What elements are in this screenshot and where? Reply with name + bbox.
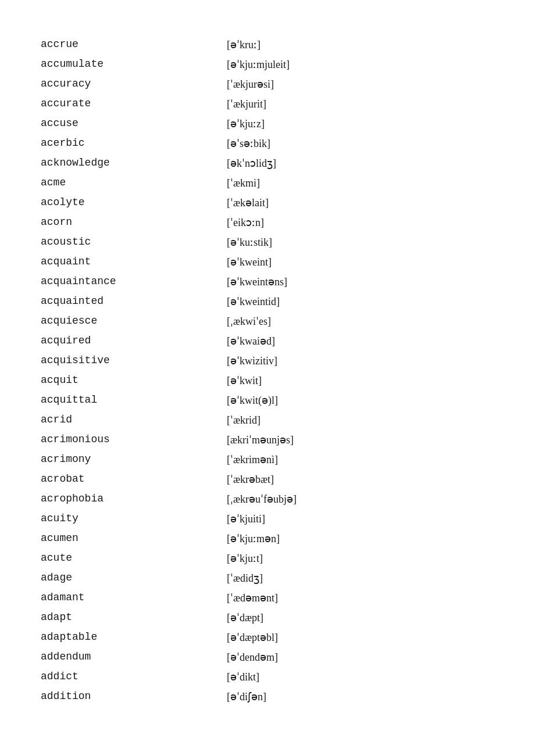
pronunciation-cell: [ˈækrid] <box>227 410 494 430</box>
dictionary-row: acuity[əˈkjuiti] <box>41 509 494 529</box>
pronunciation-cell: [əˈsəːbik] <box>227 134 494 153</box>
dictionary-row: acrid[ˈækrid] <box>41 410 494 430</box>
word-cell: acquired <box>41 331 227 351</box>
word-cell: acquiesce <box>41 311 227 331</box>
dictionary-row: acolyte[ˈækəlait] <box>41 193 494 213</box>
dictionary-row: accurate[ˈækjurit] <box>41 94 494 114</box>
dictionary-row: acorn[ˈeikɔːn] <box>41 213 494 232</box>
pronunciation-cell: [əˈdiʃən] <box>227 687 494 707</box>
word-cell: acrimonious <box>41 430 227 450</box>
dictionary-row: accuse[əˈkjuːz] <box>41 114 494 134</box>
dictionary-row: acrobat[ˈækrəbæt] <box>41 470 494 489</box>
dictionary-row: addition[əˈdiʃən] <box>41 687 494 707</box>
pronunciation-cell: [ˈædidʒ] <box>227 568 494 588</box>
dictionary-row: accumulate[əˈkjuːmjuleit] <box>41 55 494 74</box>
dictionary-row: acumen[əˈkjuːmən] <box>41 529 494 549</box>
word-cell: adapt <box>41 608 227 628</box>
dictionary-row: acquit[əˈkwit] <box>41 371 494 390</box>
word-cell: acquainted <box>41 292 227 311</box>
dictionary-row: adapt[əˈdæpt] <box>41 608 494 628</box>
pronunciation-cell: [əˈkjuːz] <box>227 114 494 134</box>
word-cell: accurate <box>41 94 227 114</box>
pronunciation-cell: [ˈædəmənt] <box>227 588 494 608</box>
word-cell: acerbic <box>41 134 227 153</box>
dictionary-row: acrimonious[ækriˈməunjəs] <box>41 430 494 450</box>
dictionary-row: acoustic[əˈkuːstik] <box>41 232 494 252</box>
word-cell: acoustic <box>41 232 227 252</box>
pronunciation-cell: [əˈdæptəbl] <box>227 628 494 647</box>
pronunciation-cell: [əˈkwit] <box>227 371 494 390</box>
word-cell: acrobat <box>41 470 227 489</box>
pronunciation-cell: [ˌækrəuˈfəubjə] <box>227 489 494 509</box>
word-cell: acquaintance <box>41 272 227 292</box>
pronunciation-cell: [əˈkruː] <box>227 35 494 55</box>
pronunciation-cell: [ˈækəlait] <box>227 193 494 213</box>
pronunciation-cell: [əkˈnɔlidʒ] <box>227 153 494 173</box>
word-cell: acolyte <box>41 193 227 213</box>
word-cell: acme <box>41 173 227 193</box>
dictionary-row: acquaint[əˈkweint] <box>41 252 494 272</box>
pronunciation-cell: [əˈkuːstik] <box>227 232 494 252</box>
dictionary-row: acrophobia[ˌækrəuˈfəubjə] <box>41 489 494 509</box>
dictionary-row: acquittal[əˈkwit(ə)l] <box>41 390 494 410</box>
word-cell: acute <box>41 549 227 568</box>
word-cell: acrid <box>41 410 227 430</box>
word-cell: acuity <box>41 509 227 529</box>
pronunciation-cell: [əˈdæpt] <box>227 608 494 628</box>
word-cell: addition <box>41 687 227 707</box>
dictionary-row: acquiesce[ˌækwiˈes] <box>41 311 494 331</box>
word-cell: acquit <box>41 371 227 390</box>
dictionary-row: acquisitive[əˈkwizitiv] <box>41 351 494 371</box>
pronunciation-cell: [ˈækrəbæt] <box>227 470 494 489</box>
word-cell: addict <box>41 667 227 687</box>
pronunciation-cell: [əˈkwit(ə)l] <box>227 390 494 410</box>
dictionary-row: acerbic[əˈsəːbik] <box>41 134 494 153</box>
pronunciation-cell: [ˈækrimənì] <box>227 450 494 470</box>
dictionary-row: adaptable[əˈdæptəbl] <box>41 628 494 647</box>
word-cell: acrophobia <box>41 489 227 509</box>
dictionary-row: acquired[əˈkwaiəd] <box>41 331 494 351</box>
pronunciation-cell: [əˈdikt] <box>227 667 494 687</box>
word-cell: addendum <box>41 647 227 667</box>
word-cell: acknowledge <box>41 153 227 173</box>
word-cell: acquaint <box>41 252 227 272</box>
dictionary-row: adamant[ˈædəmənt] <box>41 588 494 608</box>
dictionary-row: accrue[əˈkruː] <box>41 35 494 55</box>
pronunciation-cell: [əˈkjuiti] <box>227 509 494 529</box>
pronunciation-cell: [ˈækjurəsi] <box>227 74 494 94</box>
pronunciation-cell: [əˈkwizitiv] <box>227 351 494 371</box>
pronunciation-cell: [əˈkweint] <box>227 252 494 272</box>
word-cell: adamant <box>41 588 227 608</box>
pronunciation-cell: [ˈeikɔːn] <box>227 213 494 232</box>
word-cell: acorn <box>41 213 227 232</box>
dictionary-table: accrue[əˈkruː]accumulate[əˈkjuːmjuleit]a… <box>41 35 494 707</box>
word-cell: accuracy <box>41 74 227 94</box>
word-cell: acquittal <box>41 390 227 410</box>
dictionary-row: adage[ˈædidʒ] <box>41 568 494 588</box>
word-cell: acquisitive <box>41 351 227 371</box>
pronunciation-cell: [əˈkwaiəd] <box>227 331 494 351</box>
word-cell: accumulate <box>41 55 227 74</box>
pronunciation-cell: [əˈkjuːmjuleit] <box>227 55 494 74</box>
pronunciation-cell: [əˈkjuːmən] <box>227 529 494 549</box>
pronunciation-cell: [ˌækwiˈes] <box>227 311 494 331</box>
dictionary-row: acknowledge[əkˈnɔlidʒ] <box>41 153 494 173</box>
word-cell: acumen <box>41 529 227 549</box>
dictionary-row: addendum[əˈdendəm] <box>41 647 494 667</box>
pronunciation-cell: [ˈækmi] <box>227 173 494 193</box>
word-cell: acrimony <box>41 450 227 470</box>
pronunciation-cell: [ˈækjurit] <box>227 94 494 114</box>
pronunciation-cell: [əˈdendəm] <box>227 647 494 667</box>
word-cell: accrue <box>41 35 227 55</box>
word-cell: adaptable <box>41 628 227 647</box>
dictionary-row: accuracy[ˈækjurəsi] <box>41 74 494 94</box>
dictionary-row: addict[əˈdikt] <box>41 667 494 687</box>
dictionary-row: acrimony[ˈækrimənì] <box>41 450 494 470</box>
pronunciation-cell: [əˈkjuːt] <box>227 549 494 568</box>
pronunciation-cell: [ækriˈməunjəs] <box>227 430 494 450</box>
pronunciation-cell: [əˈkweintəns] <box>227 272 494 292</box>
dictionary-row: acme[ˈækmi] <box>41 173 494 193</box>
dictionary-row: acquainted[əˈkweintid] <box>41 292 494 311</box>
word-cell: adage <box>41 568 227 588</box>
pronunciation-cell: [əˈkweintid] <box>227 292 494 311</box>
